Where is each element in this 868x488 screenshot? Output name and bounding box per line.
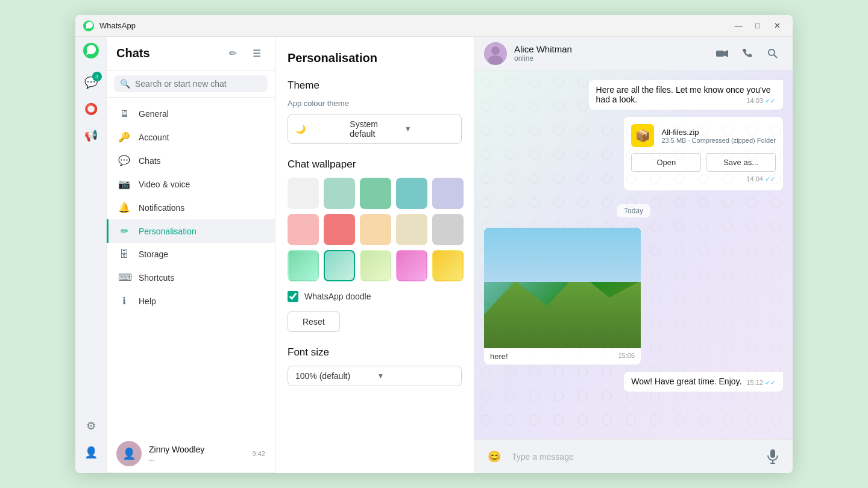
chat-contact-info: Alice Whitman online [514, 44, 705, 63]
search-bar: 🔍 [107, 70, 275, 98]
sidebar-item-general[interactable]: 🖥 General [107, 102, 275, 125]
video-call-button[interactable] [712, 43, 732, 64]
wallpaper-swatch-1[interactable] [288, 178, 319, 209]
account-icon: 🔑 [118, 131, 130, 143]
reset-button[interactable]: Reset [288, 311, 340, 332]
wallpaper-swatch-4[interactable] [396, 178, 427, 209]
message-row-photo: here! 15:06 [484, 228, 783, 364]
shortcuts-label: Shortcuts [139, 273, 174, 283]
help-label: Help [139, 296, 156, 306]
chat-area: Alice Whitman online [474, 37, 793, 473]
personalisation-label: Personalisation [139, 227, 197, 236]
svg-point-3 [491, 46, 500, 55]
wallpaper-swatch-14[interactable] [396, 250, 427, 281]
sidebar-item-personalisation[interactable]: ✏ Personalisation [107, 219, 275, 243]
photo-bubble: here! 15:06 [484, 228, 641, 364]
sidebar-item-storage[interactable]: 🗄 Storage [107, 243, 275, 266]
contact-name-header: Alice Whitman [514, 44, 705, 54]
doodle-checkbox-row: WhatsApp doodle [288, 291, 462, 302]
rail-settings-icon[interactable]: ⚙ [80, 415, 102, 437]
filter-icon[interactable]: ☰ [248, 45, 265, 62]
rail-status-icon[interactable]: ⭕ [80, 98, 102, 120]
open-file-button[interactable]: Open [631, 153, 701, 172]
wallpaper-swatch-11[interactable] [288, 250, 319, 281]
wallpaper-swatch-3[interactable] [360, 178, 391, 209]
contact-meta: 9:42 [253, 450, 265, 457]
general-label: General [139, 109, 169, 119]
app-title: WhatsApp [99, 21, 730, 30]
sidebar-item-account[interactable]: 🔑 Account [107, 125, 275, 149]
title-bar: WhatsApp — □ ✕ [75, 15, 793, 37]
message-row-reply: Wow! Have great time. Enjoy. 15:12 ✓✓ [484, 372, 783, 392]
window-controls: — □ ✕ [730, 19, 785, 33]
chat-header-actions [712, 43, 783, 64]
video-icon: 📷 [118, 178, 130, 190]
sidebar-title: Chats [116, 46, 217, 60]
sidebar-item-shortcuts[interactable]: ⌨ Shortcuts [107, 266, 275, 289]
sidebar-item-help[interactable]: ℹ Help [107, 289, 275, 313]
wallpaper-swatch-12[interactable] [324, 250, 355, 281]
file-info: 📦 All-files.zip 23.5 MB · Compressed (zi… [631, 124, 776, 147]
photo-image [484, 228, 641, 348]
theme-dropdown-arrow: ▼ [404, 125, 454, 133]
chat-messages[interactable]: Here are all the files. Let me know once… [474, 70, 793, 439]
svg-marker-6 [724, 50, 728, 57]
contact-status: online [514, 54, 705, 63]
icon-rail: 💬 3 ⭕ 📢 ⚙ 👤 [75, 37, 107, 473]
search-input[interactable] [135, 79, 262, 89]
wallpaper-swatch-10[interactable] [432, 214, 464, 245]
reply-time: 15:12 ✓✓ [746, 379, 776, 387]
message-text-1: Here are all the files. Let me know once… [596, 85, 771, 104]
storage-icon: 🗄 [118, 249, 130, 260]
new-chat-icon[interactable]: ✏ [224, 45, 241, 62]
wallpaper-swatch-2[interactable] [324, 178, 355, 209]
sidebar: Chats ✏ ☰ 🔍 🖥 General 🔑 Account [107, 37, 275, 473]
wallpaper-swatch-15[interactable] [432, 250, 464, 281]
reply-timestamp: 15:12 [746, 379, 763, 386]
chat-avatar[interactable] [484, 42, 507, 65]
reply-text: Wow! Have great time. Enjoy. [631, 377, 741, 386]
doodle-checkbox[interactable] [288, 291, 298, 302]
font-dropdown-arrow: ▼ [377, 372, 454, 380]
wallpaper-swatch-13[interactable] [360, 250, 391, 281]
message-input-placeholder: Type a message [512, 452, 755, 461]
sidebar-item-notifications[interactable]: 🔔 Notifications [107, 196, 275, 219]
theme-dropdown[interactable]: 🌙 System default ▼ [288, 114, 462, 144]
search-input-wrap: 🔍 [114, 75, 268, 92]
search-icon: 🔍 [120, 79, 130, 89]
svg-rect-5 [716, 51, 724, 57]
voice-call-button[interactable] [737, 43, 758, 64]
notifications-label: Notifications [139, 203, 184, 213]
font-dropdown[interactable]: 100% (default) ▼ [288, 366, 462, 386]
app-logo-icon [83, 20, 95, 32]
sidebar-item-chats[interactable]: 💬 Chats [107, 149, 275, 172]
rail-chats-icon[interactable]: 💬 3 [80, 72, 102, 93]
wallpaper-swatch-8[interactable] [360, 214, 391, 245]
theme-dropdown-icon: 🌙 [295, 124, 345, 134]
sidebar-item-video-voice[interactable]: 📷 Video & voice [107, 172, 275, 196]
app-window: WhatsApp — □ ✕ 💬 3 ⭕ 📢 [75, 15, 793, 473]
file-time: 14:04 ✓✓ [631, 175, 776, 183]
maximize-button[interactable]: □ [749, 19, 766, 33]
mic-button[interactable] [763, 446, 783, 467]
sidebar-header: Chats ✏ ☰ [107, 37, 275, 70]
minimize-button[interactable]: — [730, 19, 747, 33]
rail-channels-icon[interactable]: 📢 [80, 125, 102, 146]
emoji-button[interactable]: 😊 [484, 446, 505, 467]
photo-caption: here! 15:06 [484, 348, 641, 364]
message-ticks-1: ✓✓ [765, 97, 776, 104]
date-divider: Today [484, 205, 783, 216]
save-file-button[interactable]: Save as... [706, 153, 776, 172]
search-chat-button[interactable] [763, 43, 783, 64]
wallpaper-swatch-6[interactable] [288, 214, 319, 245]
personalisation-icon: ✏ [118, 225, 130, 237]
wallpaper-swatch-9[interactable] [396, 214, 427, 245]
contact-preview[interactable]: 👤 Zinny Woodley ... 9:42 [107, 435, 275, 473]
unread-badge: 3 [92, 72, 102, 81]
wallpaper-swatch-7[interactable] [324, 214, 355, 245]
close-button[interactable]: ✕ [769, 19, 785, 33]
chat-input-bar: 😊 Type a message [474, 439, 793, 473]
rail-profile-icon[interactable]: 👤 [80, 442, 102, 463]
wallpaper-swatch-5[interactable] [432, 178, 464, 209]
file-name: All-files.zip [661, 128, 776, 137]
